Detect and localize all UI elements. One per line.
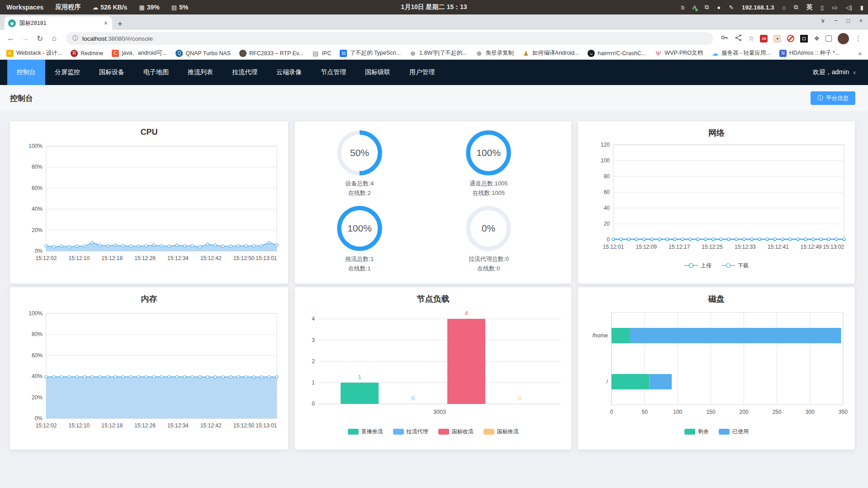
input-method-indicator[interactable]: 英 (806, 3, 813, 11)
svg-text:15:12:34: 15:12:34 (167, 255, 189, 261)
extension-icon[interactable]: ▾ (773, 35, 781, 43)
network-chart-title: 网络 (578, 128, 855, 138)
svg-text:60: 60 (604, 189, 610, 195)
app-circle-icon[interactable]: ● (717, 4, 721, 11)
bookmark-item[interactable]: ≡Webstack - 设计... (6, 49, 62, 57)
nav-item-节点管理[interactable]: 节点管理 (311, 60, 356, 85)
address-bar[interactable]: ⓘ localhost:38080/#/console (66, 32, 713, 45)
bookmark-label: WVP-PRO文档 (664, 49, 703, 57)
nav-item-用户管理[interactable]: 用户管理 (400, 60, 444, 85)
svg-text:4: 4 (465, 310, 468, 317)
svg-text:200: 200 (740, 409, 749, 415)
svg-text:0: 0 (610, 409, 613, 415)
bing-icon[interactable]: b (681, 4, 684, 11)
nav-item-电子地图[interactable]: 电子地图 (134, 60, 178, 85)
legend-item-拉流代理[interactable]: 拉流代理 (393, 428, 428, 436)
bookmark-item[interactable]: ◦RFC2833 – RTP Ev... (239, 50, 304, 57)
bookmark-item[interactable]: Cjava、android可... (112, 49, 167, 57)
svg-text:15:12:26: 15:12:26 (134, 255, 156, 261)
nav-item-国标级联[interactable]: 国标级联 (356, 60, 400, 85)
svg-text:15:12:26: 15:12:26 (134, 422, 156, 429)
svg-text:0: 0 (518, 395, 521, 402)
volume-icon[interactable]: ◁) (846, 4, 852, 11)
share-icon[interactable] (735, 34, 742, 43)
home-icon[interactable]: ⌂ (782, 4, 786, 11)
nav-item-云端录像[interactable]: 云端录像 (267, 60, 311, 85)
network-speed-indicator[interactable]: ☁ 526 KB/s (92, 4, 127, 11)
nav-item-控制台[interactable]: 控制台 (7, 60, 45, 85)
reload-button[interactable]: ↻ (33, 34, 46, 43)
svg-text:20: 20 (604, 221, 610, 227)
cpu-usage-indicator[interactable]: ▦ 39% (139, 4, 159, 11)
extension-frame-icon[interactable] (825, 35, 832, 42)
bookmark-item[interactable]: ☁服务器 - 轻量应用... (711, 49, 771, 57)
nav-item-分屏监控[interactable]: 分屏监控 (45, 60, 90, 85)
legend-item-剩余[interactable]: 剩余 (684, 428, 709, 436)
svg-text:15:12:17: 15:12:17 (669, 244, 690, 250)
bookmark-item[interactable]: ⊕免登录复制 (475, 49, 514, 57)
applications-menu[interactable]: 应用程序 (55, 3, 81, 11)
window-close-button[interactable]: × (859, 17, 863, 24)
svg-text:15:12:50: 15:12:50 (233, 255, 254, 261)
ip-address[interactable]: 192.168.1.3 (742, 4, 774, 11)
window-maximize-button[interactable]: □ (847, 17, 850, 24)
browser-home-button[interactable]: ⌂ (48, 34, 61, 43)
nav-item-国标设备[interactable]: 国标设备 (90, 60, 134, 85)
legend-item-直播推流[interactable]: 直播推流 (348, 428, 383, 436)
forward-button[interactable]: → (19, 34, 32, 43)
tab-search-chevron-icon[interactable]: ∨ (821, 17, 825, 24)
legend-item-上传[interactable]: 上传 (684, 262, 711, 270)
back-button[interactable]: ← (5, 34, 17, 43)
extension-dark-icon[interactable] (800, 35, 808, 43)
bookmark-favicon: C (112, 50, 119, 57)
nav-item-拉流代理[interactable]: 拉流代理 (223, 60, 267, 85)
memory-chart-title: 内存 (10, 294, 288, 304)
memory-usage-indicator[interactable]: ▤ 5% (171, 4, 189, 11)
screen: Workspaces 应用程序 ☁ 526 KB/s ▦ 39% ▤ 5% 1月… (0, 0, 868, 488)
bookmark-item[interactable]: RRedmine (71, 50, 103, 57)
bookmark-item[interactable]: ΨWVP-PRO文档 (655, 49, 703, 57)
node-load-chart: 0123410403003 (300, 305, 566, 426)
cpu-chart: 0%20%40%60%80%100%15:12:0215:12:1015:12:… (16, 138, 282, 270)
bookmarks-overflow-icon[interactable]: » (858, 50, 862, 57)
clipboard-icon[interactable]: ⧉ (705, 4, 709, 11)
legend-item-国标收流[interactable]: 国标收流 (438, 428, 474, 436)
tab-close-icon[interactable]: × (103, 19, 109, 27)
text-tool-icon[interactable]: A (693, 4, 697, 11)
browser-tab[interactable]: ◉ 国标28181 × (5, 16, 112, 30)
extension-js-icon[interactable]: JS (760, 35, 768, 43)
platform-info-button[interactable]: ⓘ 平台信息 (811, 91, 855, 105)
memory-card: 内存 0%20%40%60%80%100%15:12:0215:12:1015:… (10, 287, 288, 450)
browser-menu-icon[interactable]: ⋮ (855, 34, 862, 43)
windows-overlap-icon[interactable]: ⧉ (794, 4, 798, 11)
nav-item-推流列表[interactable]: 推流列表 (178, 60, 223, 85)
display-icon[interactable]: ▭ (832, 4, 837, 11)
bookmark-star-icon[interactable]: ☆ (748, 34, 754, 43)
legend-item-下载[interactable]: 下载 (721, 262, 749, 270)
bookmark-item[interactable]: ᴗhairrrrr/C-CrashC... (588, 50, 646, 57)
battery-icon[interactable]: ▮ (860, 4, 863, 11)
site-info-icon[interactable]: ⓘ (72, 34, 78, 43)
bookmark-item[interactable]: ▤IPC (312, 50, 332, 57)
workspaces-button[interactable]: Workspaces (6, 4, 43, 11)
extensions-puzzle-icon[interactable]: ❖ (814, 35, 820, 42)
browser-profile-avatar[interactable] (838, 33, 849, 44)
bookmark-item[interactable]: ⊕1.8W字|了不起的... (409, 49, 467, 57)
bookmark-label: IPC (322, 50, 332, 57)
bookmark-item[interactable]: ♟如何编译Android... (522, 49, 579, 57)
bookmark-label: 如何编译Android... (532, 49, 579, 57)
gauge-online-label: 在线数:0 (469, 264, 509, 274)
tablet-icon[interactable]: ▯ (821, 4, 824, 11)
user-menu[interactable]: 欢迎，admin∨ (813, 68, 868, 76)
legend-item-已使用[interactable]: 已使用 (719, 428, 749, 436)
cpu-icon: ▦ (139, 4, 144, 11)
bookmark-item[interactable]: NHDAtmos :: 种子 *... (779, 49, 840, 57)
extension-adblock-icon[interactable] (787, 35, 794, 42)
screenshot-tool-icon[interactable]: ✎ (729, 4, 734, 11)
bookmark-item[interactable]: 知了不起的 TypeScri... (340, 49, 401, 57)
legend-item-国标推流[interactable]: 国标推流 (484, 428, 519, 436)
password-key-icon[interactable] (721, 33, 729, 43)
bookmark-item[interactable]: QQNAP Turbo NAS (175, 50, 231, 57)
window-minimize-button[interactable]: − (834, 17, 838, 24)
new-tab-button[interactable]: + (118, 20, 123, 28)
